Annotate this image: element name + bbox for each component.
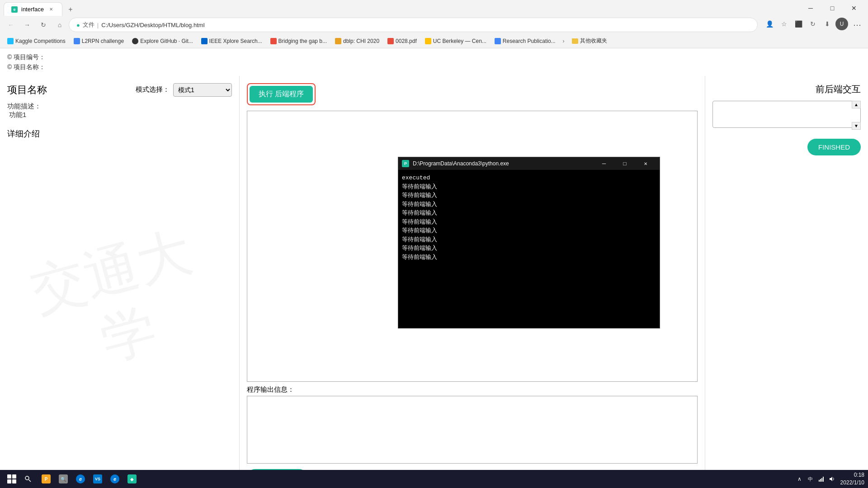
- tab-label: interface: [21, 6, 44, 13]
- minimize-button[interactable]: ─: [800, 0, 821, 16]
- browser-menu-button[interactable]: ⋯: [850, 18, 864, 32]
- bookmark-ieee[interactable]: IEEE Xplore Search...: [198, 37, 266, 46]
- bookmark-l2rpn-label: L2RPN challenge: [82, 38, 124, 44]
- collections-icon[interactable]: ⬛: [792, 18, 805, 30]
- forward-button[interactable]: →: [20, 18, 34, 32]
- taskbar-app-edge2[interactable]: e: [107, 471, 123, 487]
- tray-volume[interactable]: [828, 474, 837, 483]
- favorites-icon[interactable]: ☆: [778, 18, 790, 30]
- scroll-up-button[interactable]: ▲: [852, 101, 861, 108]
- bookmark-l2rpn[interactable]: L2RPN challenge: [70, 37, 127, 46]
- cmd-win-buttons: ─ □ ✕: [594, 157, 656, 170]
- taskbar-app-vscode[interactable]: VS: [90, 471, 106, 487]
- refresh-button[interactable]: ↻: [36, 18, 51, 32]
- address-icons: 👤 ☆ ⬛ ↻ ⬇ U ⋯: [763, 18, 864, 32]
- tab-close-button[interactable]: ✕: [47, 6, 55, 13]
- profile-icon[interactable]: 👤: [763, 18, 776, 30]
- left-panel: 交通大学 项目名称 模式选择： 模式1 模式2 模式3 功能描述： 功能1 详细…: [0, 76, 240, 488]
- cmd-line-8: 等待前端输入: [402, 244, 656, 253]
- bookmark-research[interactable]: Research Publicatio...: [491, 37, 559, 46]
- cmd-line-2: 等待前端输入: [402, 191, 656, 200]
- tab-favicon: e: [11, 6, 18, 13]
- user-avatar[interactable]: U: [835, 18, 848, 30]
- l2rpn-icon: [74, 38, 80, 44]
- finished-button[interactable]: FINISHED: [807, 139, 861, 155]
- tray-network[interactable]: [817, 474, 826, 483]
- time-display: 0:18: [840, 471, 864, 479]
- scroll-down-button[interactable]: ▼: [852, 122, 861, 130]
- exec-backend-button[interactable]: 执行 后端程序: [250, 86, 313, 103]
- cmd-content: executed 等待前端输入 等待前端输入 等待前端输入 等待前端输入 等待前…: [398, 170, 660, 265]
- svg-rect-2: [819, 480, 820, 482]
- taskbar-search-button[interactable]: [20, 471, 36, 487]
- taskbar-app-misc[interactable]: ◆: [124, 471, 140, 487]
- bookmark-dblp[interactable]: dblp: CHI 2020: [331, 37, 383, 46]
- mode-select[interactable]: 模式1 模式2 模式3: [173, 83, 232, 97]
- cmd-minimize-button[interactable]: ─: [594, 157, 614, 170]
- folder-icon: [572, 38, 578, 44]
- header-line1: © 项目编号：: [7, 52, 861, 62]
- start-button[interactable]: [4, 471, 20, 487]
- mode-select-row: 模式选择： 模式1 模式2 模式3: [136, 83, 232, 97]
- cmd-title-bar: P D:\ProgramData\Anaconda3\python.exe ─ …: [398, 157, 660, 170]
- taskbar-app-search[interactable]: 🔍: [55, 471, 71, 487]
- refresh-page-icon[interactable]: ↻: [807, 18, 819, 30]
- download-icon[interactable]: ⬇: [821, 18, 834, 30]
- python-taskbar-icon: P: [42, 474, 51, 483]
- bookmark-pdf[interactable]: 0028.pdf: [384, 37, 420, 46]
- page-content: © 项目编号： © 项目名称： 交通大学 项目名称 模式选择： 模式1 模式2 …: [0, 48, 868, 488]
- date-display: 2022/1/10: [840, 479, 864, 487]
- bookmark-kaggle[interactable]: Kaggle Competitions: [4, 37, 69, 46]
- maximize-button[interactable]: □: [822, 0, 843, 16]
- detail-section: 详细介绍: [7, 128, 232, 139]
- new-tab-button[interactable]: +: [64, 3, 77, 16]
- research-icon: [495, 38, 501, 44]
- svg-rect-5: [823, 477, 824, 482]
- svg-point-0: [25, 476, 29, 480]
- taskbar-time[interactable]: 0:18 2022/1/10: [840, 471, 864, 487]
- cmd-line-3: 等待前端输入: [402, 200, 656, 209]
- cmd-window[interactable]: P D:\ProgramData\Anaconda3\python.exe ─ …: [398, 157, 660, 328]
- cmd-maximize-button[interactable]: □: [614, 157, 635, 170]
- finished-btn-wrapper: FINISHED: [712, 133, 861, 155]
- taskbar-app-edge[interactable]: e: [72, 471, 89, 487]
- address-input-wrapper[interactable]: ● 文件 | C:/Users/GZH/Desktop/HTML/blog.ht…: [69, 18, 758, 32]
- bookmark-folder-other[interactable]: 其他收藏夹: [568, 36, 611, 46]
- output-area[interactable]: [247, 396, 698, 464]
- taskbar-app-python[interactable]: P: [38, 471, 54, 487]
- bookmarks-more-button[interactable]: ›: [560, 37, 567, 46]
- bookmark-github-label: Explore GitHub · Git...: [140, 38, 193, 44]
- active-tab[interactable]: e interface ✕: [4, 2, 62, 16]
- cmd-line-5: 等待前端输入: [402, 218, 656, 227]
- pdf-icon: [387, 38, 394, 44]
- right-select-wrapper: ▲ ▼: [712, 101, 861, 130]
- github-icon: [132, 38, 138, 44]
- tray-up-arrow[interactable]: ∧: [795, 474, 804, 483]
- home-button[interactable]: ⌂: [52, 18, 67, 32]
- cmd-close-button[interactable]: ✕: [635, 157, 656, 170]
- address-bar: ← → ↻ ⌂ ● 文件 | C:/Users/GZH/Desktop/HTML…: [0, 16, 868, 34]
- bookmark-github[interactable]: Explore GitHub · Git...: [128, 37, 197, 46]
- scroll-buttons: ▲ ▼: [852, 101, 861, 130]
- bookmark-bridging[interactable]: Bridging the gap b...: [267, 37, 330, 46]
- cmd-line-executed: executed: [402, 174, 656, 183]
- back-button[interactable]: ←: [4, 18, 18, 32]
- func-label: 功能描述：: [7, 102, 41, 110]
- right-panel-title: 前后端交互: [712, 83, 861, 95]
- cmd-line-4: 等待前端输入: [402, 209, 656, 218]
- cmd-line-6: 等待前端输入: [402, 226, 656, 235]
- right-panel: 前后端交互 ▲ ▼ FINISHED: [705, 76, 868, 488]
- page-header: © 项目编号： © 项目名称：: [0, 48, 868, 76]
- close-button[interactable]: ✕: [844, 0, 864, 16]
- ieee-icon: [201, 38, 208, 44]
- tray-zh[interactable]: 中: [806, 474, 815, 483]
- cmd-title-text: D:\ProgramData\Anaconda3\python.exe: [413, 160, 590, 167]
- svg-line-1: [29, 480, 31, 482]
- right-interaction-area[interactable]: [712, 101, 861, 128]
- berkeley-icon: [425, 38, 431, 44]
- svg-rect-4: [821, 478, 822, 482]
- address-protocol: 文件: [83, 21, 94, 29]
- svg-marker-6: [830, 477, 832, 481]
- bookmark-berkeley-label: UC Berkeley — Cen...: [433, 38, 486, 44]
- bookmark-berkeley[interactable]: UC Berkeley — Cen...: [421, 37, 490, 46]
